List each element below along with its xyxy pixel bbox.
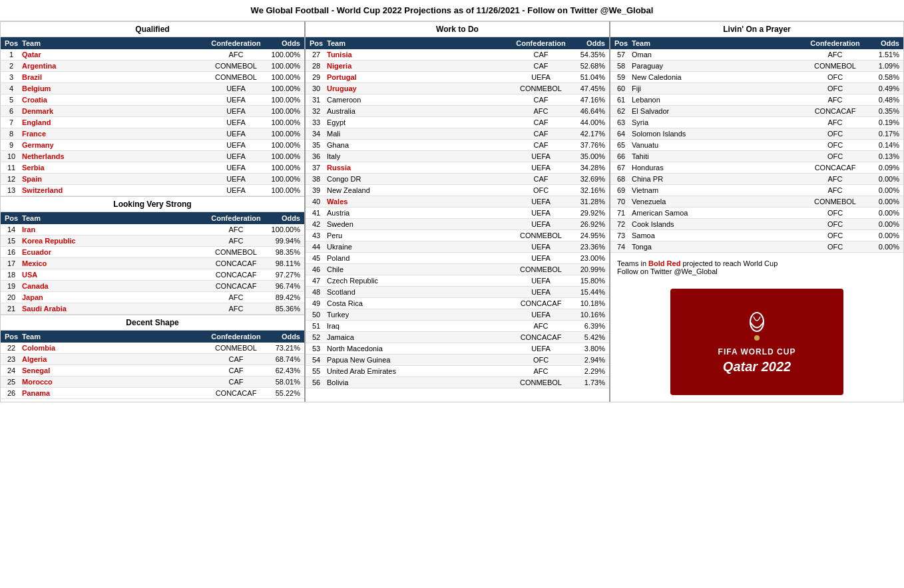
row-team: Netherlands (21, 152, 208, 160)
row-pos: 30 (307, 84, 326, 92)
row-pos: 69 (612, 186, 630, 194)
row-conf: UEFA (513, 164, 569, 172)
decent-shape-header: Decent Shape (1, 315, 304, 331)
row-team: Vanuatu (630, 141, 807, 149)
table-row: 34MaliCAF42.17% (306, 128, 609, 140)
row-pos: 47 (307, 277, 326, 285)
row-pos: 34 (307, 130, 326, 138)
row-odds: 10.18% (569, 299, 608, 307)
row-conf: CONCACAF (208, 259, 264, 267)
table-row: 3BrazilCONMEBOL100.00% (1, 72, 304, 83)
row-pos: 60 (612, 84, 630, 92)
row-pos: 39 (307, 186, 326, 194)
row-pos: 73 (612, 231, 630, 239)
table-row: 60FijiOFC0.49% (610, 83, 903, 94)
row-team: Syria (630, 118, 807, 126)
row-pos: 59 (612, 73, 630, 81)
odds-header-ds: Odds (264, 333, 303, 341)
row-pos: 46 (307, 265, 326, 273)
row-conf: UEFA (513, 345, 569, 353)
row-odds: 47.16% (569, 96, 608, 104)
row-odds: 1.51% (863, 51, 902, 59)
ds-col-headers: Pos Team Confederation Odds (1, 331, 304, 343)
row-odds: 34.28% (569, 164, 608, 172)
wc-emblem-icon (744, 310, 770, 343)
conf-header-livin: Confederation (807, 39, 863, 47)
row-pos: 70 (612, 198, 630, 206)
row-pos: 64 (612, 130, 630, 138)
row-odds: 62.43% (264, 367, 303, 374)
row-team: Venezuela (630, 198, 807, 206)
row-conf: CAF (513, 130, 569, 138)
row-odds: 100.00% (264, 164, 303, 172)
row-odds: 0.14% (863, 141, 902, 149)
row-team: Scotland (326, 288, 513, 296)
row-pos: 50 (307, 311, 326, 319)
row-pos: 13 (2, 186, 21, 194)
table-row: 11SerbiaUEFA100.00% (1, 162, 304, 174)
row-team: Egypt (326, 118, 513, 126)
conf-header-lvs: Confederation (208, 214, 264, 222)
table-row: 39New ZealandOFC32.16% (306, 185, 609, 196)
row-conf: UEFA (513, 220, 569, 228)
note-section: Teams in Bold Red projected to reach Wor… (610, 253, 903, 282)
row-conf: AFC (807, 118, 863, 126)
table-row: 2ArgentinaCONMEBOL100.00% (1, 61, 304, 72)
wtd-rows: 27TunisiaCAF54.35%28NigeriaCAF52.68%29Po… (306, 49, 609, 388)
row-pos: 54 (307, 356, 326, 364)
team-header-lvs: Team (21, 214, 208, 222)
row-odds: 3.80% (569, 345, 608, 353)
pos-header-wtd: Pos (307, 39, 326, 47)
row-conf: UEFA (513, 254, 569, 262)
table-row: 56BoliviaCONMEBOL1.73% (306, 377, 609, 388)
row-pos: 11 (2, 164, 21, 172)
row-conf: OFC (807, 73, 863, 81)
table-row: 17MexicoCONCACAF98.11% (1, 258, 304, 269)
table-row: 40WalesUEFA31.28% (306, 196, 609, 208)
odds-header-lvs: Odds (264, 214, 303, 222)
row-pos: 48 (307, 288, 326, 296)
table-row: 27TunisiaCAF54.35% (306, 49, 609, 61)
row-odds: 54.35% (569, 51, 608, 59)
row-conf: CONCACAF (807, 107, 863, 115)
row-odds: 10.16% (569, 311, 608, 319)
row-odds: 100.00% (264, 62, 303, 70)
row-odds: 0.17% (863, 130, 902, 138)
row-conf: OFC (807, 231, 863, 239)
row-team: Iraq (326, 322, 513, 330)
row-conf: CAF (208, 378, 264, 386)
row-odds: 31.28% (569, 198, 608, 206)
table-row: 53North MacedoniaUEFA3.80% (306, 343, 609, 355)
row-conf: UEFA (208, 141, 264, 149)
row-conf: CONMEBOL (807, 198, 863, 206)
wc-logo-text2: Qatar 2022 (723, 359, 791, 374)
work-to-do-header: Work to Do (306, 21, 609, 37)
row-pos: 65 (612, 141, 630, 149)
row-team: Senegal (21, 367, 208, 374)
table-row: 29PortugalUEFA51.04% (306, 72, 609, 83)
row-team: Uruguay (326, 84, 513, 92)
row-conf: UEFA (208, 107, 264, 115)
row-pos: 61 (612, 96, 630, 104)
row-odds: 68.74% (264, 355, 303, 363)
row-conf: UEFA (513, 277, 569, 285)
row-conf: OFC (807, 220, 863, 228)
row-conf: UEFA (208, 130, 264, 138)
table-row: 46ChileCONMEBOL20.99% (306, 264, 609, 275)
table-row: 49Costa RicaCONCACAF10.18% (306, 298, 609, 309)
row-conf: UEFA (513, 152, 569, 160)
row-team: Tunisia (326, 51, 513, 59)
row-conf: AFC (208, 237, 264, 245)
row-odds: 100.00% (264, 152, 303, 160)
row-team: USA (21, 271, 208, 279)
row-pos: 1 (2, 51, 21, 59)
row-odds: 100.00% (264, 107, 303, 115)
row-team: Morocco (21, 378, 208, 386)
row-team: Russia (326, 164, 513, 172)
table-row: 20JapanAFC89.42% (1, 292, 304, 303)
row-odds: 98.35% (264, 248, 303, 256)
row-team: Poland (326, 254, 513, 262)
row-team: Turkey (326, 311, 513, 319)
table-row: 36ItalyUEFA35.00% (306, 151, 609, 162)
table-row: 32AustraliaAFC46.64% (306, 106, 609, 117)
